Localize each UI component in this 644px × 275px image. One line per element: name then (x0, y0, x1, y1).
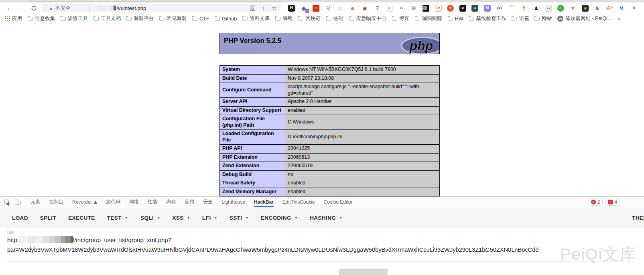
devtools-tab-控制台[interactable]: 控制台 (45, 197, 68, 207)
address-url-text[interactable]: /vulntest.php (116, 5, 146, 11)
devtools-tab-网络[interactable]: 网络 (125, 197, 143, 207)
ext-u-icon[interactable]: u (383, 4, 396, 12)
ext-purple-stack-icon[interactable]: ◆3 (298, 4, 310, 12)
ext-a-plus-icon[interactable]: A⁺ (603, 4, 616, 12)
ext-h-icon[interactable]: H (285, 4, 298, 12)
bookmark-folder-18[interactable]: 网站 (534, 15, 552, 22)
translate-icon[interactable]: G (250, 6, 255, 11)
devtools-tab-recorder[interactable]: Recorder (68, 197, 102, 207)
bookmark-folder-8[interactable]: 资料文库 (242, 15, 270, 22)
ext-check-green-icon[interactable]: ✓ (555, 4, 567, 12)
bookmark-folder-15[interactable]: HW (448, 16, 463, 22)
ext-cookie-bite-icon[interactable]: ● (359, 4, 371, 12)
back-icon[interactable]: ← (5, 2, 14, 14)
ext-globe-icon[interactable]: ⊕ (408, 4, 420, 12)
hackbar-menu-sqli[interactable]: SQLI▼ (140, 215, 160, 221)
bookmark-star-icon[interactable]: ☆ (272, 4, 277, 12)
devtools-tab-内存[interactable]: 内存 (162, 197, 180, 207)
menu-label: SPLIT (40, 215, 56, 221)
ext-china-flag-icon[interactable]: ★ (310, 4, 322, 12)
ext-robot-icon[interactable]: oo (542, 4, 555, 12)
device-toolbar-icon[interactable] (14, 199, 21, 205)
devtools-tab-editthiscookie[interactable]: EditThisCookie (278, 197, 319, 207)
bookmark-folder-17[interactable]: 语雀 (512, 15, 529, 22)
bookmark-folder-4[interactable]: 漏洞平台 (126, 15, 154, 22)
ext-question-icon[interactable]: ? (371, 4, 384, 12)
bookmark-folder-14[interactable]: 漏洞跟踪 (415, 15, 442, 22)
hackbar-menu-encoding[interactable]: ENCODING▼ (261, 215, 298, 221)
bookmark-folder-10[interactable]: 区块链 (298, 15, 321, 22)
bookmarks-overflow-chevron[interactable]: » (618, 16, 621, 22)
ext-parens-icon[interactable]: (≡) (494, 4, 506, 12)
ext-fox-icon[interactable]: ▼ (567, 4, 579, 12)
bookmark-folder-2[interactable]: 渗透工具 (61, 15, 88, 22)
folder-icon (512, 17, 517, 21)
bookmark-folder-7[interactable]: Github (215, 16, 237, 22)
ext-white-hat-icon[interactable]: ⌒ (506, 4, 518, 12)
hackbar-menu-xss[interactable]: XSS▼ (173, 215, 191, 221)
ext-wheel-icon[interactable]: ✳ (445, 4, 457, 12)
ext-m-purple-icon[interactable]: M (481, 4, 494, 12)
url-field-line1[interactable]: http: /inc/group_user_list/group_xml.php… (7, 235, 171, 244)
ext-binary-icon[interactable]: 0101 0011 (420, 4, 433, 12)
hackbar-menu-execute[interactable]: EXECUTE (68, 215, 95, 221)
ext-ip-icon[interactable]: IP (432, 4, 445, 12)
hackbar-menu-test[interactable]: TEST▼ (107, 215, 128, 221)
ext-window-icon[interactable]: ▭ (640, 4, 644, 12)
devtools-tab-cookie-editor[interactable]: Cookie Editor (319, 197, 357, 207)
devtools-tab-应用[interactable]: 应用 (180, 197, 199, 207)
bookmark-label: 博客 (399, 15, 409, 22)
hackbar-menu-ssti[interactable]: SSTI▼ (230, 215, 249, 221)
ext-x-icon[interactable]: × (457, 4, 469, 12)
hackbar-divider (135, 213, 135, 222)
not-secure-label[interactable]: 不安全 (55, 5, 71, 12)
ext-hat-car-icon[interactable]: ◖◗ (396, 4, 408, 12)
ext-cookie-icon[interactable]: ● (347, 4, 359, 12)
bookmark-folder-9[interactable]: 编程 (275, 15, 293, 22)
ext-n-dot-icon[interactable]: N. (616, 4, 628, 12)
bookmark-folder-3[interactable]: 工具文档 (93, 15, 121, 22)
devtools-tab-源代码[interactable]: 源代码 (102, 197, 125, 207)
devtools-tab-hackbar[interactable]: HackBar (250, 197, 278, 207)
devtools-tab-元素[interactable]: 元素 (26, 197, 45, 207)
phpinfo-row-value: 20041225 (285, 145, 440, 154)
bookmark-label: 漏洞跟踪 (422, 15, 442, 22)
ext-puzzle-icon[interactable]: ❖ (628, 4, 640, 12)
errors-counter[interactable]: ×4 (605, 198, 620, 206)
bookmark-folder-12[interactable]: 应急响应中心 (349, 15, 386, 22)
bookmark-folder-11[interactable]: 临时 (326, 15, 343, 22)
phpinfo-row-label: Thread Safety (220, 179, 285, 188)
bookmark-folder-1[interactable]: 信息收集 (28, 15, 55, 22)
bookmark-apps[interactable]: 应用 (5, 15, 22, 22)
bookmark-peiqi[interactable]: W 添加新网址 ‹ PeiQi... (557, 15, 611, 22)
hackbar-menu-lfi[interactable]: LFI▼ (202, 215, 217, 221)
phpinfo-row-value: enabled (285, 106, 440, 115)
devtools-tab-性能[interactable]: 性能 (143, 197, 162, 207)
phpinfo-row-label: PHP API (220, 145, 285, 154)
forward-icon[interactable]: → (17, 2, 26, 14)
address-bar[interactable]: ▲ 不安全 /vulntest.php G ↑ ☆ (41, 4, 281, 12)
hackbar-menu-hashing[interactable]: HASHING▼ (310, 215, 342, 221)
devtools-tab-安全[interactable]: 安全 (199, 197, 217, 207)
ext-rabbit-icon[interactable]: ♞ (591, 4, 604, 12)
hackbar-menu-load[interactable]: LOAD (12, 215, 28, 221)
bookmark-folder-13[interactable]: 博客 (392, 15, 409, 22)
inspect-element-icon[interactable] (4, 199, 10, 205)
issues-counter[interactable]: ×2 (589, 198, 603, 206)
share-icon[interactable]: ↑ (262, 5, 265, 11)
ext-pin-icon[interactable]: ⚲ (322, 4, 335, 12)
devtools-tab-lighthouse[interactable]: Lighthouse (217, 197, 250, 207)
ext-gold-shield-icon[interactable]: ▣ (579, 4, 591, 12)
bookmark-folder-16[interactable]: 基线检查工作 (469, 15, 506, 22)
phpinfo-row-value: 20060613 (285, 153, 440, 162)
ext-donut-icon[interactable]: ○ (334, 4, 347, 12)
ext-spy-icon[interactable]: ♟ (530, 4, 542, 12)
bookmark-folder-6[interactable]: CTF (192, 16, 209, 22)
ext-navy-gold-icon[interactable]: ◆ (469, 4, 481, 12)
bookmark-folder-5[interactable]: 常见漏洞 (159, 15, 187, 22)
hackbar-theme-button[interactable]: THEME (632, 208, 644, 228)
url-field-payload[interactable]: par=W2dyb3VwXTpbMV18W2dyb3VwaWRdOlsxIHVu… (7, 247, 538, 253)
hackbar-menu-split[interactable]: SPLIT (40, 215, 56, 221)
reload-icon[interactable] (29, 2, 39, 14)
ext-pilcrow-icon[interactable]: ¶ (518, 4, 530, 12)
